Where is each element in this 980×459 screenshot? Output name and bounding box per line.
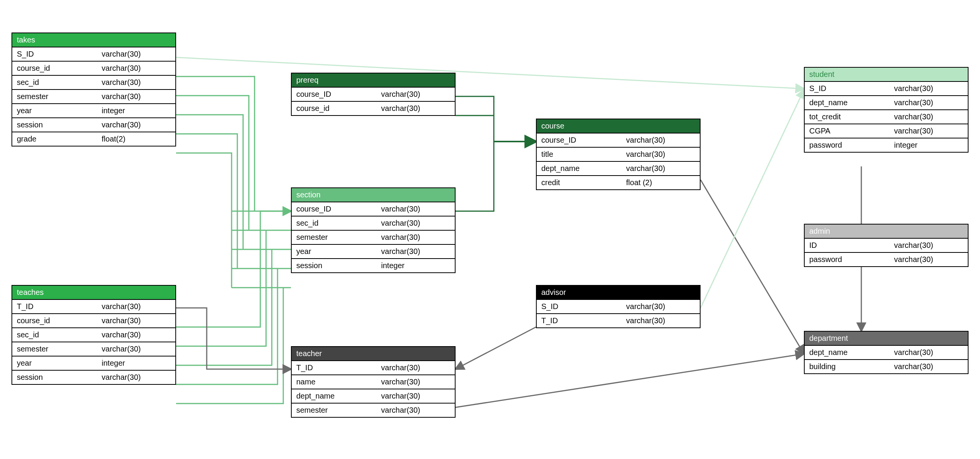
column-type: varchar(30): [890, 346, 968, 359]
table-header: course: [537, 119, 700, 133]
column-type: varchar(30): [622, 133, 700, 147]
column-name: grade: [12, 132, 97, 146]
table-row: passwordvarchar(30): [805, 252, 968, 266]
table-title: prereq: [296, 76, 318, 84]
table-header: section: [292, 188, 455, 202]
table-title: teacher: [296, 349, 322, 358]
column-name: password: [805, 138, 890, 152]
table-title: department: [809, 334, 848, 342]
column-type: varchar(30): [377, 88, 455, 101]
table-row: course_IDvarchar(30): [292, 202, 455, 216]
column-type: float (2): [622, 176, 700, 189]
column-name: course_ID: [292, 88, 377, 101]
table-row: semestervarchar(30): [292, 403, 455, 417]
table-row: T_IDvarchar(30): [292, 360, 455, 374]
table-row: course_IDvarchar(30): [537, 133, 700, 147]
table-student: studentS_IDvarchar(30)dept_namevarchar(3…: [804, 67, 969, 153]
column-type: integer: [890, 138, 968, 152]
table-row: T_IDvarchar(30): [12, 299, 175, 313]
column-name: semester: [292, 404, 377, 417]
column-type: varchar(30): [622, 162, 700, 175]
column-type: varchar(30): [377, 404, 455, 417]
table-header: advisor: [537, 286, 700, 299]
table-row: dept_namevarchar(30): [805, 345, 968, 359]
column-name: sec_id: [292, 216, 377, 230]
table-row: semestervarchar(30): [12, 89, 175, 103]
column-name: session: [12, 371, 97, 384]
column-type: varchar(30): [377, 216, 455, 230]
column-name: S_ID: [12, 47, 97, 61]
column-type: varchar(30): [377, 102, 455, 115]
table-row: S_IDvarchar(30): [805, 81, 968, 95]
column-type: varchar(30): [97, 47, 175, 61]
column-name: T_ID: [537, 314, 622, 327]
table-row: sessionvarchar(30): [12, 117, 175, 132]
table-admin: adminIDvarchar(30)passwordvarchar(30): [804, 224, 969, 267]
table-section: sectioncourse_IDvarchar(30)sec_idvarchar…: [291, 187, 456, 273]
table-row: namevarchar(30): [292, 374, 455, 389]
column-name: session: [12, 118, 97, 132]
column-type: varchar(30): [97, 62, 175, 75]
table-row: yearinteger: [12, 356, 175, 370]
column-type: varchar(30): [890, 82, 968, 95]
column-name: dept_name: [805, 96, 890, 109]
table-row: course_idvarchar(30): [292, 101, 455, 115]
table-row: gradefloat(2): [12, 132, 175, 146]
column-name: sec_id: [12, 76, 97, 89]
table-takes: takesS_IDvarchar(30)course_idvarchar(30)…: [11, 33, 176, 146]
column-name: dept_name: [805, 346, 890, 359]
table-title: admin: [809, 227, 830, 235]
column-name: CGPA: [805, 124, 890, 138]
column-name: course_id: [12, 314, 97, 327]
table-title: teaches: [17, 288, 44, 296]
column-name: building: [805, 360, 890, 373]
column-type: varchar(30): [97, 342, 175, 356]
column-type: varchar(30): [377, 361, 455, 374]
column-name: credit: [537, 176, 622, 189]
table-row: course_IDvarchar(30): [292, 87, 455, 101]
table-teaches: teachesT_IDvarchar(30)course_idvarchar(3…: [11, 285, 176, 385]
table-title: course: [541, 122, 564, 130]
column-type: varchar(30): [377, 245, 455, 258]
table-row: dept_namevarchar(30): [537, 161, 700, 175]
column-type: integer: [97, 104, 175, 117]
table-row: CGPAvarchar(30): [805, 124, 968, 138]
column-name: T_ID: [292, 361, 377, 374]
column-name: semester: [12, 342, 97, 356]
column-name: tot_credit: [805, 110, 890, 124]
column-name: semester: [292, 231, 377, 244]
table-row: titlevarchar(30): [537, 147, 700, 161]
table-header: takes: [12, 33, 175, 47]
table-title: takes: [17, 36, 35, 44]
column-name: sec_id: [12, 328, 97, 342]
table-row: S_IDvarchar(30): [12, 47, 175, 61]
table-row: sec_idvarchar(30): [12, 327, 175, 342]
column-name: year: [292, 245, 377, 258]
table-header: admin: [805, 225, 968, 238]
table-title: section: [296, 190, 320, 199]
table-row: buildingvarchar(30): [805, 359, 968, 373]
table-header: student: [805, 68, 968, 81]
column-type: varchar(30): [97, 76, 175, 89]
column-name: course_ID: [537, 133, 622, 147]
column-type: varchar(30): [97, 328, 175, 342]
table-course: coursecourse_IDvarchar(30)titlevarchar(3…: [536, 119, 701, 190]
table-row: semestervarchar(30): [292, 230, 455, 244]
column-type: varchar(30): [377, 389, 455, 403]
table-row: yearinteger: [12, 103, 175, 117]
column-name: S_ID: [805, 82, 890, 95]
table-title: student: [809, 70, 835, 78]
column-type: varchar(30): [890, 96, 968, 109]
table-row: course_idvarchar(30): [12, 313, 175, 327]
table-row: yearvarchar(30): [292, 244, 455, 258]
column-type: varchar(30): [890, 239, 968, 252]
column-name: dept_name: [537, 162, 622, 175]
column-name: T_ID: [12, 300, 97, 313]
column-name: password: [805, 253, 890, 266]
table-row: IDvarchar(30): [805, 238, 968, 252]
column-type: float(2): [97, 132, 175, 146]
column-type: varchar(30): [97, 371, 175, 384]
table-row: T_IDvarchar(30): [537, 313, 700, 327]
column-type: varchar(30): [890, 360, 968, 373]
table-row: course_idvarchar(30): [12, 61, 175, 75]
